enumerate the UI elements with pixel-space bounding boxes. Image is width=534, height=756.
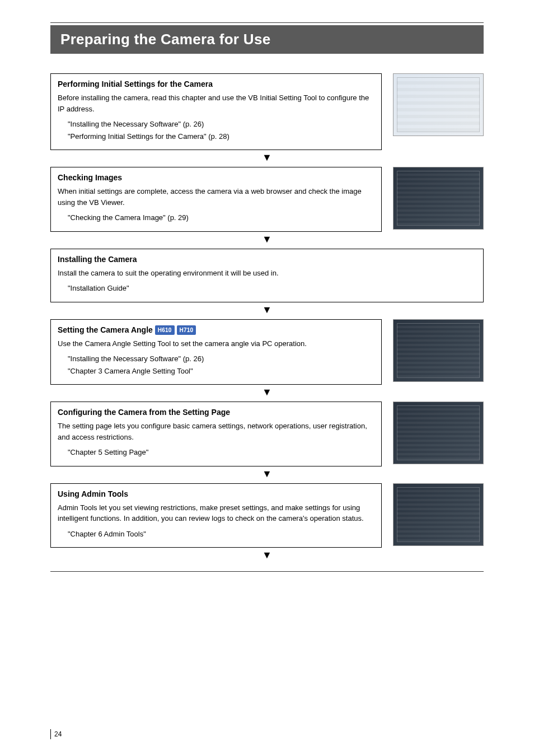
screenshot-thumbnail bbox=[393, 73, 484, 136]
step-box: Using Admin ToolsAdmin Tools let you set… bbox=[50, 483, 382, 548]
step-row: Using Admin ToolsAdmin Tools let you set… bbox=[50, 483, 484, 548]
step-heading: Configuring the Camera from the Setting … bbox=[58, 407, 374, 418]
step-body: Before installing the camera, read this … bbox=[58, 92, 374, 114]
page-title: Preparing the Camera for Use bbox=[60, 29, 474, 50]
arrow-down-icon: ▼ bbox=[50, 152, 484, 162]
step-body: The setting page lets you configure basi… bbox=[58, 421, 374, 442]
screenshot-thumbnail bbox=[393, 319, 484, 382]
model-badge: H710 bbox=[177, 325, 196, 335]
step-heading: Using Admin Tools bbox=[58, 488, 374, 500]
step-box: Setting the Camera AngleH610H710Use the … bbox=[50, 319, 382, 385]
reference-list: "Installation Guide" bbox=[68, 283, 476, 294]
step-box: Installing the CameraInstall the camera … bbox=[50, 249, 484, 302]
reference-item: "Performing Initial Settings for the Cam… bbox=[68, 131, 374, 142]
reference-item: "Checking the Camera Image" (p. 29) bbox=[68, 212, 374, 223]
step-body: When initial settings are complete, acce… bbox=[58, 186, 374, 208]
step-heading: Setting the Camera AngleH610H710 bbox=[58, 324, 374, 336]
reference-list: "Installing the Necessary Software" (p. … bbox=[68, 353, 374, 376]
step-box: Configuring the Camera from the Setting … bbox=[50, 402, 382, 466]
step-box: Performing Initial Settings for the Came… bbox=[50, 73, 382, 150]
screenshot-thumbnail bbox=[393, 483, 484, 546]
reference-list: "Checking the Camera Image" (p. 29) bbox=[68, 212, 374, 223]
model-badge: H610 bbox=[155, 325, 175, 335]
step-box: Checking ImagesWhen initial settings are… bbox=[50, 167, 382, 232]
screenshot-thumbnail bbox=[393, 402, 484, 464]
step-row: Performing Initial Settings for the Came… bbox=[50, 73, 484, 150]
thumbnail-inner bbox=[397, 405, 480, 460]
step-body: Use the Camera Angle Setting Tool to set… bbox=[58, 338, 374, 349]
thumbnail-inner bbox=[397, 171, 480, 226]
step-row: Installing the CameraInstall the camera … bbox=[50, 249, 484, 302]
step-body: Admin Tools let you set viewing restrict… bbox=[58, 502, 374, 524]
step-heading: Checking Images bbox=[58, 172, 374, 184]
step-row: Configuring the Camera from the Setting … bbox=[50, 402, 484, 466]
reference-item: "Chapter 3 Camera Angle Setting Tool" bbox=[68, 366, 374, 377]
reference-item: "Installing the Necessary Software" (p. … bbox=[68, 119, 374, 130]
reference-item: "Chapter 6 Admin Tools" bbox=[68, 529, 374, 540]
step-row: Checking ImagesWhen initial settings are… bbox=[50, 167, 484, 232]
reference-item: "Installing the Necessary Software" (p. … bbox=[68, 353, 374, 365]
arrow-down-icon: ▼ bbox=[50, 234, 484, 244]
reference-item: "Chapter 5 Setting Page" bbox=[68, 447, 374, 458]
screenshot-thumbnail bbox=[393, 167, 484, 230]
step-heading: Performing Initial Settings for the Came… bbox=[58, 78, 374, 90]
reference-list: "Chapter 6 Admin Tools" bbox=[68, 529, 374, 540]
bottom-rule bbox=[50, 571, 484, 572]
reference-item: "Installation Guide" bbox=[68, 283, 476, 294]
reference-list: "Installing the Necessary Software" (p. … bbox=[68, 119, 374, 142]
arrow-down-icon: ▼ bbox=[50, 305, 484, 315]
thumbnail-inner bbox=[397, 323, 480, 378]
arrow-down-icon: ▼ bbox=[50, 387, 484, 397]
arrow-down-icon: ▼ bbox=[50, 469, 484, 479]
step-row: Setting the Camera AngleH610H710Use the … bbox=[50, 319, 484, 385]
reference-list: "Chapter 5 Setting Page" bbox=[68, 447, 374, 458]
top-rule bbox=[50, 22, 484, 23]
step-heading: Installing the Camera bbox=[58, 254, 476, 265]
steps-container: Performing Initial Settings for the Came… bbox=[50, 73, 484, 560]
arrow-down-icon: ▼ bbox=[50, 550, 484, 560]
page-title-bar: Preparing the Camera for Use bbox=[50, 25, 484, 54]
thumbnail-inner bbox=[397, 487, 480, 542]
step-body: Install the camera to suit the operating… bbox=[58, 268, 476, 279]
thumbnail-inner bbox=[397, 77, 480, 132]
